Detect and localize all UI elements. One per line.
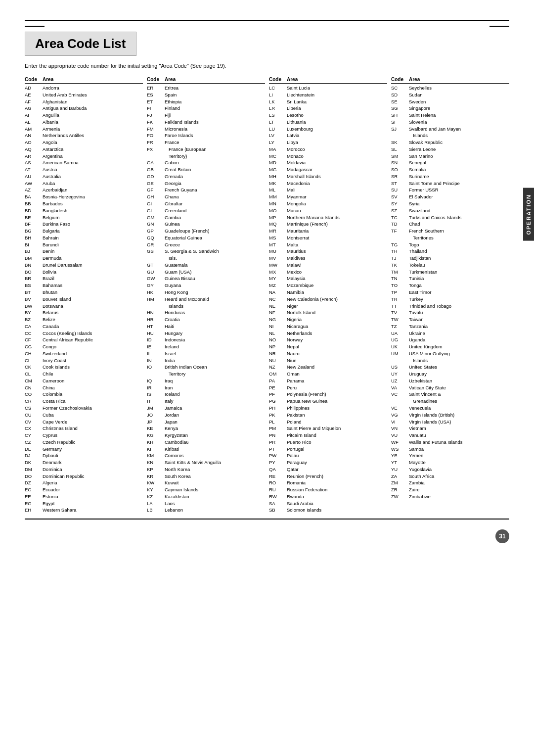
table-row: MVMaldives (269, 255, 387, 262)
entry-code: MW (269, 262, 285, 269)
table-row: NLNetherlands (269, 330, 387, 337)
table-row: CMCameroon (25, 378, 143, 384)
entry-area: Solomon Islands (287, 507, 387, 514)
entry-code: CS (25, 405, 41, 412)
entry-area: Mali (287, 187, 387, 193)
entry-code: LR (269, 105, 285, 112)
entry-code: DK (25, 459, 41, 466)
entry-code (391, 235, 407, 241)
side-tab: OPERATION (523, 188, 534, 241)
table-row: RURussian Federation (269, 486, 387, 493)
entry-code: QA (269, 466, 285, 473)
entry-code: ML (269, 187, 285, 193)
entry-code: BO (25, 269, 41, 276)
table-row: LILiechtenstein (269, 92, 387, 98)
entry-code: AO (25, 139, 41, 146)
entry-code: LA (147, 500, 163, 507)
table-row: KPNorth Korea (147, 466, 265, 473)
entry-area: Switzerland (43, 350, 143, 357)
table-row: KGKyrgyzstan (147, 432, 265, 439)
entry-area: Svalbard and Jan Mayen (409, 126, 509, 133)
entry-code: GS (147, 248, 163, 255)
table-row: GMGambia (147, 214, 265, 221)
entry-area: Morocco (287, 146, 387, 153)
entry-area: Greenland (165, 207, 265, 214)
table-row: SJSvalbard and Jan Mayen (391, 126, 509, 133)
entry-code (391, 398, 407, 405)
entry-code: DJ (25, 452, 41, 459)
table-row: GSS. Georgia & S. Sandwich (147, 248, 265, 255)
table-row: GYGuyana (147, 282, 265, 289)
entry-area: Islands (165, 303, 265, 310)
entry-code: PG (269, 398, 285, 405)
col-header-3: CodeArea (269, 77, 387, 84)
entry-code: FJ (147, 112, 163, 119)
entry-area: Guinea (165, 221, 265, 228)
entry-area: Cuba (43, 412, 143, 419)
entry-code: MN (269, 200, 285, 207)
entry-area: Cambodia6 (165, 439, 265, 446)
entry-code: ZA (391, 473, 407, 480)
entry-code: TO (391, 282, 407, 289)
column-3: CodeAreaLCSaint LuciaLILiechtensteinLKSr… (269, 77, 391, 514)
entry-area: Uruguay (409, 371, 509, 378)
entry-code: BB (25, 200, 41, 207)
table-row: TJTadjikistan (391, 255, 509, 262)
entry-code: BZ (25, 316, 41, 323)
entry-area: Christmas Island (43, 425, 143, 432)
entry-area: United States (409, 364, 509, 371)
entry-area: Saint Lucia (287, 85, 387, 92)
entry-area: Afghanistan (43, 98, 143, 105)
table-row: HKHong Kong (147, 289, 265, 296)
entry-area: Nicaragua (287, 323, 387, 330)
entry-area: Belarus (43, 309, 143, 316)
entry-area: Territory) (165, 153, 265, 160)
entry-code (391, 132, 407, 139)
entry-area: Lesotho (287, 112, 387, 119)
table-row: CHSwitzerland (25, 350, 143, 357)
table-row: CIIvory Coast (25, 357, 143, 364)
table-row: SKSlovak Republic (391, 139, 509, 146)
entry-code: BR (25, 275, 41, 282)
table-row: MTMalta (269, 241, 387, 248)
entry-code: AF (25, 98, 41, 105)
entry-area: Gambia (165, 214, 265, 221)
entry-code: EG (25, 500, 41, 507)
entry-code: SM (391, 153, 407, 160)
entry-area: Yemen (409, 452, 509, 459)
entry-area: Seychelles (409, 85, 509, 92)
table-row: GEGeorgia (147, 180, 265, 187)
table-row: ADAndorra (25, 85, 143, 92)
entry-code: ID (147, 336, 163, 343)
entry-area: Lithuania (287, 119, 387, 126)
entry-code: KZ (147, 493, 163, 500)
entry-code: LS (269, 112, 285, 119)
entry-area: Iran (165, 384, 265, 391)
table-row: CSFormer Czechoslovakia (25, 405, 143, 412)
table-row: GUGuam (USA) (147, 269, 265, 276)
col-header-code: Code (269, 77, 285, 82)
entry-area: Grenada (165, 173, 265, 180)
entry-code: UK (391, 343, 407, 350)
table-row: AOAngola (25, 139, 143, 146)
entry-code: EE (25, 493, 41, 500)
entry-code: KN (147, 459, 163, 466)
entry-code: KR (147, 473, 163, 480)
table-row: TNTunisia (391, 275, 509, 282)
entry-area: Ecuador (43, 486, 143, 493)
entry-code: GE (147, 180, 163, 187)
table-row: STSaint Tome and Principe (391, 180, 509, 187)
table-row: NRNauru (269, 350, 387, 357)
table-row: GDGrenada (147, 173, 265, 180)
table-row: MSMontserrat (269, 235, 387, 241)
table-row: SUFormer USSR (391, 187, 509, 193)
entry-code: RU (269, 486, 285, 493)
entry-code: MT (269, 241, 285, 248)
col-header-code: Code (391, 77, 407, 82)
entry-area: Turkmenistan (409, 269, 509, 276)
table-row: UKUnited Kingdom (391, 343, 509, 350)
entry-area: Peru (287, 384, 387, 391)
entry-area: Gibraltar (165, 200, 265, 207)
entry-area: Maldives (287, 255, 387, 262)
table-row: ETEthiopia (147, 98, 265, 105)
